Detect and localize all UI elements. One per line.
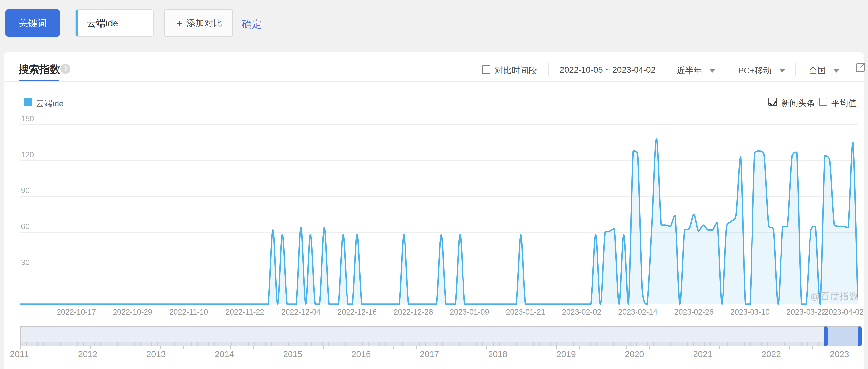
timeline-selected-range[interactable] <box>826 327 860 346</box>
compare-period-label: 对比时间段 <box>495 65 537 76</box>
period-dropdown[interactable]: 近半年 <box>677 65 715 76</box>
trend-chart-canvas[interactable] <box>20 114 858 306</box>
timeline-ticks-strip <box>21 342 859 346</box>
average-checkbox[interactable] <box>819 98 827 106</box>
timeline-year-label: 2014 <box>215 349 234 359</box>
timeline-slider-track[interactable] <box>20 326 859 346</box>
timeline-year-label: 2022 <box>762 349 781 359</box>
chevron-down-icon <box>834 69 839 73</box>
timeline-year-ticks <box>20 346 859 349</box>
timeline-right-handle[interactable] <box>858 326 862 346</box>
x-axis-tick-label: 2023-02-14 <box>618 308 657 316</box>
device-dropdown-value: PC+移动 <box>738 66 772 75</box>
timeline-year-label: 2023 <box>830 349 849 359</box>
region-dropdown-value: 全国 <box>809 66 826 75</box>
timeline-year-label: 2017 <box>420 349 439 359</box>
external-link-icon[interactable] <box>855 62 866 73</box>
region-dropdown[interactable]: 全国 <box>809 65 839 76</box>
chevron-down-icon <box>710 69 715 73</box>
timeline-year-label: 2019 <box>556 349 576 359</box>
x-axis-tick-label: 2023-02-02 <box>562 308 601 316</box>
series-color-swatch <box>24 98 32 106</box>
timeline-year-label: 2018 <box>488 349 507 359</box>
x-axis-tick-label: 2023-01-21 <box>506 308 545 316</box>
period-dropdown-value: 近半年 <box>677 66 702 75</box>
search-index-panel: 搜索指数 ? 对比时间段 2022-10-05 ~ 2023-04-02 近半年… <box>4 52 864 369</box>
x-axis-tick-label: 2023-03-10 <box>731 308 770 316</box>
chevron-down-icon <box>779 69 785 73</box>
compare-period-checkbox[interactable] <box>482 65 490 74</box>
x-axis-tick-label: 2022-11-10 <box>169 308 208 316</box>
series-legend-label[interactable]: 云端ide <box>36 98 64 109</box>
x-axis-tick-label: 2022-12-28 <box>394 308 433 316</box>
timeline-year-label: 2013 <box>147 349 166 359</box>
x-axis-tick-label: 2022-11-22 <box>225 308 264 316</box>
header-divider <box>849 63 849 76</box>
news-headlines-checkbox[interactable] <box>768 98 777 106</box>
timeline-year-label: 2016 <box>351 349 371 359</box>
keyword-input-box[interactable] <box>75 9 154 37</box>
keyword-button[interactable]: 关键词 <box>5 9 60 37</box>
device-dropdown[interactable]: PC+移动 <box>738 65 785 76</box>
panel-title: 搜索指数 <box>19 62 60 76</box>
x-axis-tick-label: 2022-10-17 <box>57 308 96 316</box>
news-headlines-label: 新闻头条 <box>781 98 815 109</box>
header-divider <box>658 63 658 76</box>
average-label: 平均值 <box>831 98 857 109</box>
timeline-year-label: 2020 <box>625 349 644 359</box>
header-divider <box>725 63 725 76</box>
help-icon[interactable]: ? <box>60 64 70 74</box>
panel-header-divider <box>4 81 864 82</box>
x-axis-tick-label: 2022-12-04 <box>281 308 321 316</box>
x-axis-tick-label: 2022-12-16 <box>337 308 377 316</box>
add-compare-button[interactable]: ＋ 添加对比 <box>164 9 233 37</box>
timeline-year-label: 2021 <box>693 349 713 359</box>
x-axis-tick-label: 2023-02-26 <box>674 308 714 316</box>
timeline-left-handle[interactable] <box>824 326 828 346</box>
keyword-color-accent <box>76 10 78 36</box>
date-range-value[interactable]: 2022-10-05 ~ 2023-04-02 <box>560 65 656 74</box>
watermark: @百度指数 <box>810 290 859 303</box>
checkmark-icon <box>769 98 777 106</box>
timeline-year-label: 2015 <box>283 349 302 359</box>
x-axis-tick-label: 2022-10-29 <box>113 308 152 316</box>
keyword-input[interactable] <box>82 10 154 37</box>
x-axis-tick-label: 2023-01-09 <box>450 308 489 316</box>
header-divider <box>548 63 549 76</box>
timeline-year-label: 2011 <box>10 349 29 359</box>
confirm-link[interactable]: 确定 <box>242 17 262 31</box>
x-axis-tick-label: 2023-03-22 <box>786 308 826 316</box>
header-divider <box>795 63 796 76</box>
timeline-year-label: 2012 <box>78 349 97 359</box>
x-axis-tick-label: 2023-04-02 <box>825 308 864 316</box>
